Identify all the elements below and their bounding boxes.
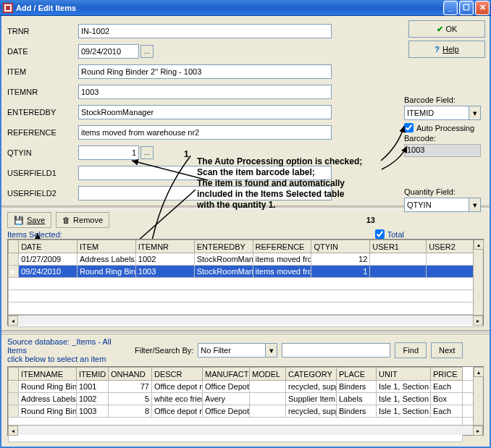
userfield1-field[interactable] xyxy=(78,166,332,180)
column-header[interactable]: ITEMNAME xyxy=(19,368,77,381)
qtyin-ellipsis-button[interactable]: … xyxy=(140,146,154,159)
remove-button[interactable]: 🗑Remove xyxy=(56,212,109,228)
date-label: DATE xyxy=(7,47,78,56)
column-header[interactable]: REFERENCE xyxy=(253,240,311,253)
filter-value: No Filter xyxy=(201,346,231,355)
reference-label: REFERENCE xyxy=(7,128,78,137)
column-header[interactable]: ONHAND xyxy=(109,368,152,381)
barcode-field-select[interactable]: ITEMID▾ xyxy=(404,106,481,120)
title-bar: Add / Edit Items _ ☐ ✕ xyxy=(0,0,491,16)
column-header[interactable]: DESCR xyxy=(152,368,203,381)
save-icon: 💾 xyxy=(14,216,24,225)
table-row[interactable]: 01/27/2009Address Labels, 1''1002StockRo… xyxy=(9,253,483,266)
source-bar: Source database: _Items - All Items clic… xyxy=(1,334,490,366)
item-label: ITEM xyxy=(7,67,78,76)
trnr-field[interactable]: IN-1002 xyxy=(78,24,332,38)
column-header[interactable]: DATE xyxy=(19,240,77,253)
itemnr-label: ITEMNR xyxy=(7,88,78,96)
minimize-button[interactable]: _ xyxy=(443,1,458,15)
save-button[interactable]: 💾Save xyxy=(7,212,51,228)
quantity-field-select[interactable]: QTYIN▾ xyxy=(404,198,481,212)
app-icon xyxy=(3,3,13,13)
total-checkbox[interactable] xyxy=(375,229,385,239)
filter-select[interactable]: No Filter▾ xyxy=(198,343,277,358)
items-selected-table[interactable]: DATEITEMITEMNRENTEREDBYREFERENCEQTYINUSE… xyxy=(8,240,483,327)
auto-processing-checkbox[interactable] xyxy=(404,123,414,132)
trnr-label: TRNR xyxy=(7,27,78,35)
window-content: ✔ OK ? Help TRNRIN-1002 DATE09/24/2010… … xyxy=(0,16,491,448)
quantity-field-value: QTYIN xyxy=(407,200,432,209)
column-header[interactable]: USER1 xyxy=(370,240,427,253)
trash-icon: 🗑 xyxy=(62,216,70,224)
toolbar: 💾Save 🗑Remove 13 xyxy=(1,209,490,229)
reference-value: items moved from warehouse nr2 xyxy=(81,128,199,137)
enteredby-field[interactable]: StockRoomManager xyxy=(78,105,332,119)
qtyin-value: 1 xyxy=(132,148,136,157)
column-header[interactable]: QTYIN xyxy=(311,240,370,253)
items-selected-title: Items Selected: xyxy=(7,230,62,239)
userfield2-field[interactable] xyxy=(78,186,332,200)
total-label: Total xyxy=(387,230,404,239)
filter-input[interactable] xyxy=(282,343,390,358)
barcode-field-value: ITEMID xyxy=(407,109,434,117)
remove-label: Remove xyxy=(73,216,103,224)
maximize-button[interactable]: ☐ xyxy=(459,1,474,15)
barcode-label: Barcode: xyxy=(404,134,481,143)
save-label: Save xyxy=(27,216,45,224)
table-row[interactable]: ▶09/24/2010Round Ring Binder1003StockRoo… xyxy=(9,266,483,278)
quantity-field-label: Quantity Field: xyxy=(404,187,481,196)
close-button[interactable]: ✕ xyxy=(475,1,490,15)
date-picker-button[interactable]: … xyxy=(140,45,154,58)
barcode-field-group: Barcode Field: ITEMID▾ Auto Processing B… xyxy=(404,96,481,157)
find-button[interactable]: Find xyxy=(395,342,427,358)
quantity-field-group: Quantity Field: QTYIN▾ xyxy=(404,187,481,212)
dropdown-arrow-icon: ▾ xyxy=(469,198,480,211)
filter-label: Filter/Search By: xyxy=(135,346,193,355)
column-header[interactable]: ITEM xyxy=(77,240,136,253)
horizontal-scrollbar[interactable]: ◂▸ xyxy=(8,315,483,325)
table-row[interactable]: Round Ring Bin10038Office depot recOffic… xyxy=(9,405,483,418)
enteredby-label: ENTEREDBY xyxy=(7,108,78,117)
item-count: 13 xyxy=(366,216,375,224)
column-header[interactable]: PRICE xyxy=(431,368,463,381)
userfield1-label: USERFIELD1 xyxy=(7,169,78,177)
date-field[interactable]: 09/24/2010 xyxy=(78,44,139,59)
column-header[interactable]: ITEMID xyxy=(77,368,109,381)
enteredby-value: StockRoomManager xyxy=(81,108,154,117)
userfield2-label: USERFIELD2 xyxy=(7,189,78,198)
column-header[interactable]: PLACE xyxy=(337,368,377,381)
source-grid: ITEMNAMEITEMIDONHANDDESCRMANUFACTMODELCA… xyxy=(7,366,484,436)
item-value: Round Ring Binder 2'' Ring - 1003 xyxy=(81,67,201,76)
window-title: Add / Edit Items xyxy=(16,4,442,12)
svg-rect-2 xyxy=(6,6,10,10)
column-header[interactable]: CATEGORY xyxy=(286,368,337,381)
date-value: 09/24/2010 xyxy=(81,47,121,56)
source-note: Source database: _Items - All Items clic… xyxy=(7,337,130,363)
column-header[interactable]: MANUFACT xyxy=(203,368,250,381)
dropdown-arrow-icon: ▾ xyxy=(265,344,277,357)
barcode-value: 1003 xyxy=(407,145,424,154)
item-field[interactable]: Round Ring Binder 2'' Ring - 1003 xyxy=(78,64,332,79)
barcode-value-box: 1003 xyxy=(404,144,481,157)
reference-field[interactable]: items moved from warehouse nr2 xyxy=(78,125,332,140)
items-selected-header: Items Selected: Total xyxy=(1,229,490,239)
qtyin-field[interactable]: 1 xyxy=(78,145,139,160)
column-header[interactable]: MODEL xyxy=(250,368,286,381)
next-button[interactable]: Next xyxy=(431,342,463,358)
column-header[interactable]: ENTEREDBY xyxy=(194,240,253,253)
itemnr-field[interactable]: 1003 xyxy=(78,85,332,99)
barcode-field-label: Barcode Field: xyxy=(404,96,481,104)
vertical-scrollbar[interactable]: ▴ xyxy=(473,240,483,315)
table-row[interactable]: Address Labels,10025white eco friendAver… xyxy=(9,393,483,405)
vertical-scrollbar[interactable]: ▴ xyxy=(473,367,483,425)
dropdown-arrow-icon: ▾ xyxy=(469,106,480,119)
trnr-value: IN-1002 xyxy=(81,27,109,35)
itemnr-value: 1003 xyxy=(81,88,98,96)
qtyin-label: QTYIN xyxy=(7,148,78,157)
column-header[interactable]: UNIT xyxy=(377,368,431,381)
column-header[interactable]: ITEMNR xyxy=(135,240,194,253)
horizontal-scrollbar[interactable]: ◂▸ xyxy=(8,425,483,435)
auto-processing-label: Auto Processing xyxy=(416,124,474,132)
table-row[interactable]: Round Ring Bin100177Office depot recOffi… xyxy=(9,381,483,393)
items-selected-grid: DATEITEMITEMNRENTEREDBYREFERENCEQTYINUSE… xyxy=(7,239,484,326)
